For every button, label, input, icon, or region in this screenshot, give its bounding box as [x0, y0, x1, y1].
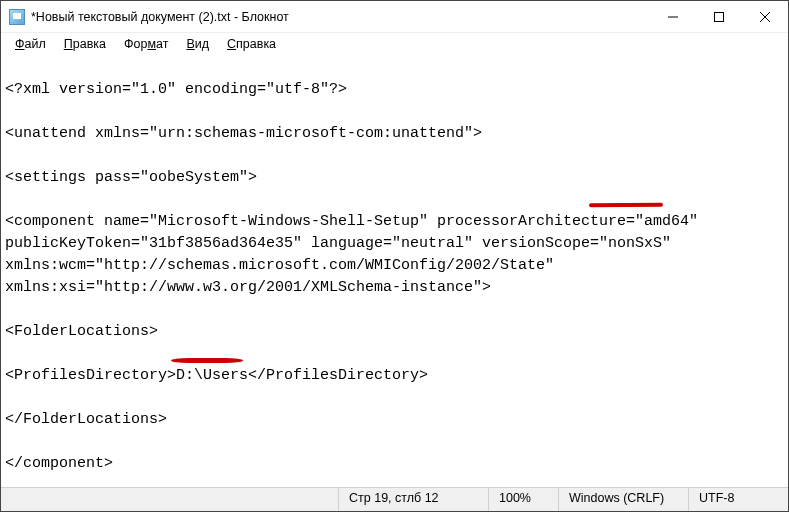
- text-line: <component name="Microsoft-Windows-Shell…: [5, 213, 698, 230]
- status-encoding: UTF-8: [688, 488, 788, 511]
- menu-bar: Файл Правка Формат Вид Справка: [1, 33, 788, 55]
- status-eol: Windows (CRLF): [558, 488, 688, 511]
- annotation-underline: [171, 358, 243, 363]
- text-line: <ProfilesDirectory>D:\Users</ProfilesDir…: [5, 367, 428, 384]
- menu-view[interactable]: Вид: [178, 35, 217, 53]
- text-line: xmlns:xsi="http://www.w3.org/2001/XMLSch…: [5, 279, 491, 296]
- text-line: <?xml version="1.0" encoding="utf-8"?>: [5, 81, 347, 98]
- window-title: *Новый текстовый документ (2).txt - Блок…: [31, 10, 650, 24]
- annotation-underline: [589, 203, 663, 208]
- notepad-icon: [9, 9, 25, 25]
- text-line: </FolderLocations>: [5, 411, 167, 428]
- maximize-button[interactable]: [696, 1, 742, 32]
- text-line: <unattend xmlns="urn:schemas-microsoft-c…: [5, 125, 482, 142]
- svg-rect-1: [715, 12, 724, 21]
- text-line: publicKeyToken="31bf3856ad364e35" langua…: [5, 235, 671, 252]
- text-line: xmlns:wcm="http://schemas.microsoft.com/…: [5, 257, 554, 274]
- close-button[interactable]: [742, 1, 788, 32]
- status-position: Стр 19, стлб 12: [338, 488, 488, 511]
- menu-edit[interactable]: Правка: [56, 35, 114, 53]
- minimize-button[interactable]: [650, 1, 696, 32]
- status-spacer: [1, 488, 338, 511]
- menu-help[interactable]: Справка: [219, 35, 284, 53]
- status-zoom: 100%: [488, 488, 558, 511]
- text-line: </component>: [5, 455, 113, 472]
- text-editor[interactable]: <?xml version="1.0" encoding="utf-8"?> <…: [1, 55, 788, 487]
- title-bar: *Новый текстовый документ (2).txt - Блок…: [1, 1, 788, 33]
- window-controls: [650, 1, 788, 32]
- text-line: <settings pass="oobeSystem">: [5, 169, 257, 186]
- menu-file[interactable]: Файл: [7, 35, 54, 53]
- text-line: <FolderLocations>: [5, 323, 158, 340]
- menu-format[interactable]: Формат: [116, 35, 176, 53]
- status-bar: Стр 19, стлб 12 100% Windows (CRLF) UTF-…: [1, 487, 788, 511]
